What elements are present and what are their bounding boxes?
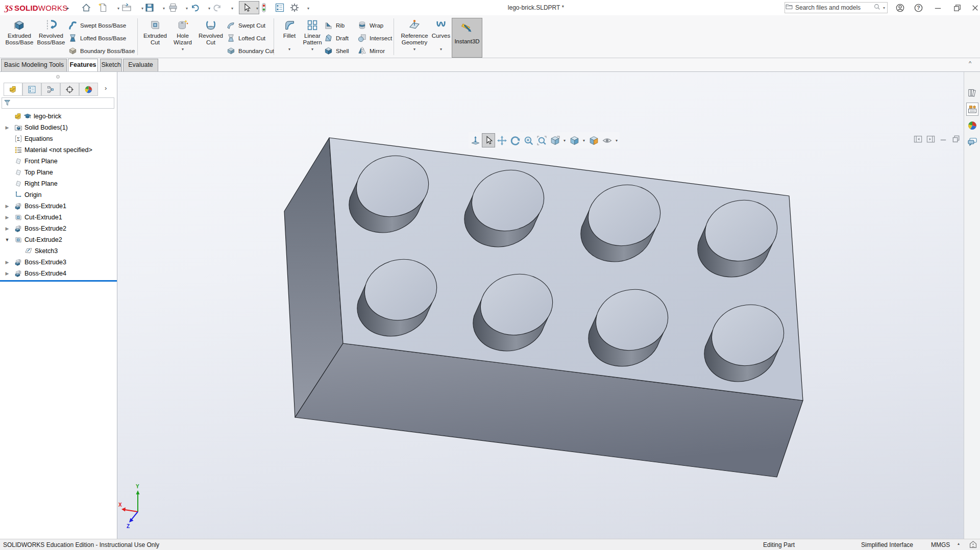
- ribbon-reference-geometry-button[interactable]: ReferenceGeometry▾: [399, 18, 430, 56]
- taskpane-web-button[interactable]: [966, 119, 978, 132]
- tree-item-boss-extrude4[interactable]: ▶Boss-Extrude4: [0, 268, 117, 279]
- new-document-button[interactable]: [97, 2, 109, 13]
- select-tool-button[interactable]: ▾: [239, 1, 259, 14]
- expand-icon[interactable]: ▶: [4, 260, 10, 265]
- performance-button[interactable]: [258, 2, 270, 13]
- tree-item-right-plane[interactable]: Right Plane: [0, 178, 117, 189]
- collapse-icon[interactable]: ▼: [4, 237, 10, 242]
- docwin-pane-right-button[interactable]: [924, 133, 937, 145]
- flyout-caret-icon[interactable]: ▾: [301, 47, 324, 52]
- ribbon-extruded-bossbase-button[interactable]: ExtrudedBoss/Base: [4, 18, 35, 56]
- headsup-view-orientation-button[interactable]: [548, 133, 561, 147]
- tree-item-solid-bodies-1-[interactable]: ▶Solid Bodies(1): [0, 122, 117, 133]
- headsup-rotate-button[interactable]: [508, 133, 522, 147]
- headsup-zoom-fit-button[interactable]: [469, 133, 482, 147]
- panel-tabs-more-icon[interactable]: ›: [105, 84, 107, 92]
- properties-button[interactable]: [274, 2, 285, 13]
- expand-icon[interactable]: ▶: [4, 215, 10, 220]
- panel-tab-property-manager[interactable]: [22, 83, 41, 96]
- ribbon-boundary-boss-base-button[interactable]: Boundary Boss/Base: [68, 45, 141, 57]
- ribbon-boundary-cut-button[interactable]: Boundary Cut: [226, 45, 277, 57]
- collapse-ribbon-icon[interactable]: ^: [969, 60, 971, 66]
- search-box[interactable]: Search files and models ▾: [785, 2, 888, 13]
- undo-button[interactable]: [189, 2, 201, 13]
- tree-item-front-plane[interactable]: Front Plane: [0, 156, 117, 167]
- undo-caret-icon[interactable]: ▾: [207, 6, 212, 11]
- tree-item-cut-extrude1[interactable]: ▶Cut-Extrude1: [0, 212, 117, 223]
- options-button[interactable]: [289, 2, 300, 13]
- filter-funnel-icon[interactable]: [4, 99, 12, 107]
- status-units[interactable]: MMGS: [931, 541, 950, 548]
- expand-icon[interactable]: ▶: [4, 204, 10, 209]
- tree-item-material-not-specified-[interactable]: Material <not specified>: [0, 144, 117, 156]
- flyout-caret-icon[interactable]: ▾: [430, 47, 452, 52]
- tree-item-boss-extrude3[interactable]: ▶Boss-Extrude3: [0, 257, 117, 268]
- open-button[interactable]: [121, 2, 132, 13]
- ribbon-mirror-button[interactable]: Mirror: [357, 45, 397, 57]
- panel-tab-dimxpert-manager[interactable]: [60, 83, 79, 96]
- tab-features[interactable]: Features: [68, 59, 98, 72]
- window-minimize-button[interactable]: [932, 2, 943, 13]
- ribbon-swept-boss-base-button[interactable]: Swept Boss/Base: [68, 20, 141, 31]
- tab-evaluate[interactable]: Evaluate: [123, 59, 158, 71]
- ribbon-extruded-cut-button[interactable]: ExtrudedCut: [141, 18, 169, 56]
- tag-icon[interactable]: [969, 540, 977, 550]
- tree-item-boss-extrude1[interactable]: ▶Boss-Extrude1: [0, 201, 117, 212]
- flyout-caret-icon[interactable]: ▾: [278, 47, 301, 52]
- options-caret-icon[interactable]: ▾: [306, 6, 311, 11]
- ribbon-lofted-boss-base-button[interactable]: Lofted Boss/Base: [68, 33, 141, 44]
- home-button[interactable]: [81, 2, 92, 13]
- save-caret-icon[interactable]: ▾: [161, 6, 166, 11]
- help-button[interactable]: ?: [913, 2, 924, 13]
- search-icon[interactable]: [873, 3, 881, 13]
- window-restore-button[interactable]: [951, 2, 963, 13]
- tree-item-top-plane[interactable]: Top Plane: [0, 167, 117, 178]
- ribbon-shell-button[interactable]: Shell: [324, 45, 356, 57]
- tree-item-sketch3[interactable]: Sketch3: [0, 245, 117, 257]
- tree-item-lego-brick[interactable]: lego-brick: [0, 111, 117, 122]
- model-lego-brick[interactable]: [284, 138, 803, 477]
- ribbon-hole-wizard-button[interactable]: HoleWizard▾: [169, 18, 197, 56]
- ribbon-lofted-cut-button[interactable]: Lofted Cut: [226, 33, 277, 44]
- tree-item-origin[interactable]: Origin: [0, 189, 117, 201]
- ribbon-swept-cut-button[interactable]: Swept Cut: [226, 20, 277, 31]
- save-button[interactable]: [144, 2, 155, 13]
- headsup-zoom-button[interactable]: [522, 133, 535, 147]
- headsup-hide-show-button[interactable]: [600, 133, 614, 147]
- expand-icon[interactable]: ▶: [4, 271, 10, 276]
- ribbon-revolved-bossbase-button[interactable]: RevolvedBoss/Base: [35, 18, 67, 56]
- ribbon-rib-button[interactable]: Rib: [324, 20, 356, 31]
- ribbon-linear-pattern-button[interactable]: LinearPattern▾: [301, 18, 324, 56]
- user-button[interactable]: [894, 2, 905, 13]
- flyout-caret-icon[interactable]: ▾: [169, 47, 197, 52]
- expand-toolbar-icon[interactable]: ▸: [62, 2, 74, 13]
- panel-tab-part-manager[interactable]: [4, 83, 22, 96]
- panel-tab-display-manager[interactable]: [79, 83, 98, 96]
- ribbon-curves-button[interactable]: Curves ▾: [430, 18, 452, 56]
- ribbon-wrap-button[interactable]: Wrap: [357, 20, 397, 31]
- tree-item-equations[interactable]: ΣEquations: [0, 133, 117, 144]
- tree-filter-input[interactable]: [2, 97, 114, 109]
- flyout-caret-icon[interactable]: ▾: [399, 47, 430, 52]
- ribbon-fillet-button[interactable]: Fillet ▾: [278, 18, 301, 56]
- ribbon-revolved-cut-button[interactable]: RevolvedCut: [197, 18, 225, 56]
- tab-sketch[interactable]: Sketch: [100, 59, 122, 71]
- redo-caret-icon[interactable]: ▾: [230, 6, 235, 11]
- taskpane-comments-button[interactable]: [966, 135, 978, 148]
- docwin-minimize-button[interactable]: [937, 133, 950, 145]
- expand-icon[interactable]: ▶: [4, 226, 10, 231]
- docwin-restore-button[interactable]: [950, 133, 963, 145]
- expand-icon[interactable]: ▶: [4, 125, 10, 130]
- view-orientation-caret-icon[interactable]: ▾: [561, 138, 568, 143]
- headsup-zoom-area-button[interactable]: [535, 133, 548, 147]
- rollback-bar[interactable]: [0, 280, 117, 282]
- hide-show-caret-icon[interactable]: ▾: [614, 138, 620, 143]
- print-caret-icon[interactable]: ▾: [184, 6, 189, 11]
- ribbon-instant3d-button[interactable]: Instant3D: [452, 18, 482, 58]
- panel-splitter[interactable]: [0, 72, 117, 81]
- units-caret-icon[interactable]: ▴: [958, 541, 960, 546]
- headsup-section-view-button[interactable]: [587, 133, 600, 147]
- taskpane-resources-button[interactable]: [966, 86, 978, 99]
- ribbon-intersect-button[interactable]: Intersect: [357, 33, 397, 44]
- new-document-caret-icon[interactable]: ▾: [116, 6, 121, 11]
